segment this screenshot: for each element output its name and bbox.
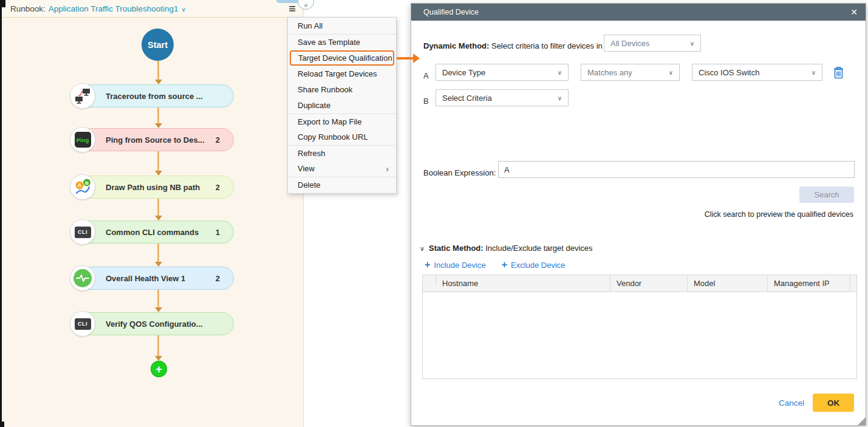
menu-item-copy-runbook-url[interactable]: Copy Runbook URL: [288, 129, 396, 145]
step-label: Overall Health View 1: [106, 274, 185, 283]
chevron-down-icon: ∨: [553, 69, 562, 76]
static-method-header: ∨Static Method: Include/Exclude target d…: [420, 244, 593, 253]
step-count: 2: [216, 274, 220, 283]
callout-arrow: [397, 57, 413, 60]
include-device-button[interactable]: + Include Device: [425, 259, 486, 270]
menu-item-export-to-map-file[interactable]: Export to Map File: [288, 114, 396, 129]
operator-a-select[interactable]: Matches any ∨: [581, 64, 680, 81]
menu-item-share-runbook[interactable]: Share Runbook: [288, 82, 396, 98]
runbook-panel: » Runbook: Application Traffic Troublesh…: [2, 0, 304, 427]
flow-step-health-view[interactable]: Overall Health View 1 2: [71, 267, 234, 290]
step-label: Common CLI commands: [106, 228, 199, 237]
menu-item-save-as-template[interactable]: Save as Template: [288, 34, 396, 50]
step-label: Traceroute from source ...: [106, 92, 203, 101]
plus-icon: +: [502, 259, 507, 270]
trash-icon: [833, 66, 844, 79]
search-button[interactable]: Search: [799, 186, 854, 203]
step-label: Draw Path using NB path: [106, 183, 200, 192]
menu-item-delete[interactable]: Delete: [288, 177, 396, 193]
double-chevron-icon: »: [304, 1, 307, 9]
menu-item-refresh[interactable]: Refresh: [288, 145, 396, 161]
menu-item-view[interactable]: View ›: [288, 161, 396, 177]
runbook-title[interactable]: Application Traffic Troubleshooting1: [49, 4, 179, 13]
search-hint-text: Click search to preview the qualified de…: [705, 210, 853, 219]
cli-icon: CLI: [70, 219, 95, 245]
criteria-b-select[interactable]: Select Criteria ∨: [436, 89, 569, 106]
criteria-a-value: Device Type: [442, 68, 485, 77]
menu-item-reload-target-devices[interactable]: Reload Target Devices: [288, 66, 396, 82]
static-method-title: Static Method:: [429, 244, 484, 253]
svg-text:A: A: [78, 182, 81, 188]
column-header-model[interactable]: Model: [688, 275, 768, 292]
collapse-chevron-icon[interactable]: ∨: [420, 245, 425, 252]
runbook-context-menu: Run All Save as Template Target Device Q…: [287, 17, 397, 194]
boolean-expression-input[interactable]: [498, 161, 855, 178]
exclude-device-label: Exclude Device: [511, 261, 566, 270]
flow-step-common-cli[interactable]: CLI Common CLI commands 1: [71, 220, 234, 244]
device-table: Hostname Vendor Model Management IP: [422, 275, 857, 379]
step-label: Ping from Source to Des...: [106, 135, 205, 145]
flow-arrow: [154, 290, 163, 312]
cli-icon-text: CLI: [78, 321, 87, 327]
menu-item-target-device-qualification[interactable]: Target Device Qualification: [290, 50, 394, 66]
flow-arrow: [154, 151, 163, 176]
flow-step-verify-qos[interactable]: CLI Verify QOS Configuratio...: [71, 312, 234, 335]
criteria-b-value: Select Criteria: [442, 94, 492, 103]
dynamic-method-label: Dynamic Method: Select criteria to filte…: [423, 41, 603, 50]
flow-arrow: [154, 61, 163, 84]
chevron-down-icon: ∨: [807, 69, 816, 76]
ping-icon: Ping: [70, 127, 95, 152]
cli-icon-text: CLI: [78, 229, 87, 235]
draw-path-icon: A B: [70, 174, 95, 200]
chevron-down-icon[interactable]: ∨: [181, 6, 185, 13]
menu-item-view-label: View: [298, 161, 315, 177]
menu-item-duplicate[interactable]: Duplicate: [288, 98, 396, 114]
device-table-body: [423, 292, 856, 378]
device-scope-select[interactable]: All Devices ∨: [604, 35, 701, 52]
plus-icon: +: [425, 259, 430, 270]
add-step-button[interactable]: +: [151, 361, 167, 377]
resize-handle[interactable]: [858, 417, 866, 425]
delete-condition-button[interactable]: [833, 66, 845, 79]
plus-icon: +: [155, 364, 162, 375]
menu-hamburger-icon[interactable]: ≡: [289, 2, 296, 15]
step-label: Verify QOS Configuratio...: [106, 319, 203, 329]
flow-arrow: [154, 335, 163, 361]
window-edge: [0, 0, 2, 427]
column-header-end-spacer: [850, 275, 856, 292]
flow-step-traceroute[interactable]: Traceroute from source ...: [71, 84, 234, 108]
close-icon[interactable]: ✕: [850, 7, 858, 17]
value-a-select[interactable]: Cisco IOS Switch ∨: [692, 64, 822, 81]
runbook-label: Runbook:: [10, 4, 46, 13]
step-count: 2: [216, 135, 220, 145]
ok-button[interactable]: OK: [813, 394, 854, 412]
flow-step-ping[interactable]: Ping Ping from Source to Des... 2: [71, 128, 234, 151]
column-header-vendor[interactable]: Vendor: [610, 275, 688, 292]
runbook-header: Runbook: Application Traffic Troubleshoo…: [2, 0, 303, 18]
menu-item-run-all[interactable]: Run All: [288, 18, 396, 34]
column-header-management-ip[interactable]: Management IP: [768, 275, 850, 292]
flow-arrow: [154, 199, 163, 220]
column-header-hostname[interactable]: Hostname: [436, 275, 610, 292]
step-count: 2: [216, 183, 220, 192]
step-count: 1: [216, 228, 220, 237]
cli-icon: CLI: [70, 311, 95, 336]
svg-text:B: B: [85, 180, 89, 186]
condition-b-letter: B: [423, 97, 429, 106]
include-device-label: Include Device: [434, 261, 485, 270]
exclude-device-button[interactable]: + Exclude Device: [502, 259, 566, 270]
start-label: Start: [148, 40, 168, 50]
chevron-down-icon: ∨: [664, 69, 673, 76]
dynamic-method-text: Select criteria to filter devices in: [489, 41, 602, 50]
criteria-a-select[interactable]: Device Type ∨: [436, 64, 569, 81]
flow-start-node[interactable]: Start: [142, 29, 174, 61]
dialog-title: Qualified Device: [423, 8, 479, 16]
operator-a-value: Matches any: [587, 68, 632, 77]
value-a-value: Cisco IOS Switch: [699, 68, 759, 77]
chevron-down-icon: ∨: [685, 40, 694, 47]
health-icon: [70, 265, 95, 291]
traceroute-icon: [70, 83, 95, 109]
cancel-button[interactable]: Cancel: [779, 398, 804, 408]
flow-step-draw-path[interactable]: A B Draw Path using NB path 2: [71, 176, 234, 199]
dialog-titlebar[interactable]: Qualified Device ✕: [411, 4, 866, 21]
